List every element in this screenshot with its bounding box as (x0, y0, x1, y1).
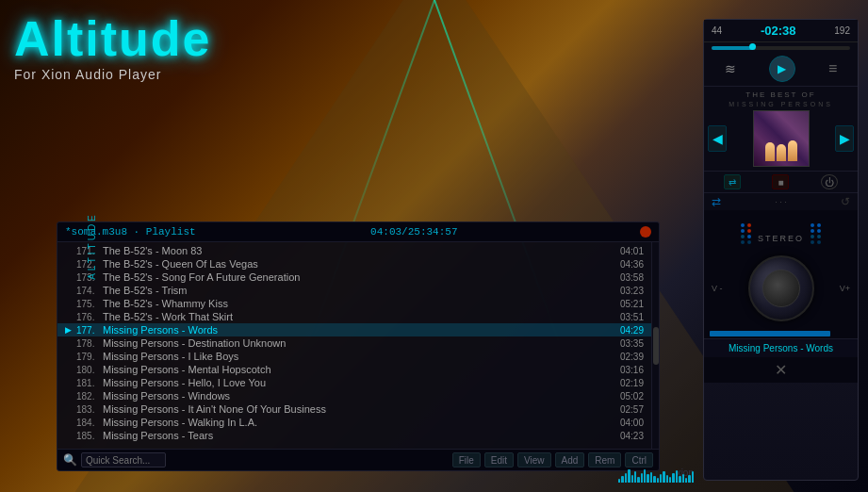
eq-button[interactable]: ≋ (721, 59, 740, 78)
figure-2 (777, 144, 786, 161)
prev-album-button[interactable]: ◀ (708, 125, 727, 152)
track-time: 04:01 (611, 246, 644, 256)
eq-dot (817, 229, 821, 233)
vol-bar (710, 331, 830, 336)
album-art-container: ◀ ▶ (708, 110, 854, 167)
seek-dot (749, 43, 756, 50)
eq-right (817, 223, 821, 244)
repeat-icon[interactable]: ↺ (841, 195, 850, 208)
view-button[interactable]: View (517, 452, 551, 467)
play-button[interactable]: ▶ (769, 56, 795, 82)
search-icon: 🔍 (63, 453, 77, 467)
vis-bar (672, 473, 674, 483)
knob-area: V - V+ (704, 248, 858, 329)
vis-bar (660, 474, 662, 483)
vis-bar (676, 470, 678, 483)
rem-button[interactable]: Rem (588, 452, 621, 467)
track-time: 05:21 (611, 299, 644, 309)
vis-bar (692, 471, 694, 483)
vis-bar (647, 474, 648, 483)
playlist-item[interactable]: 178.Missing Persons - Destination Unknow… (57, 336, 651, 350)
track-name: The B-52's - Trism (103, 285, 611, 296)
playlist-title: *soma.m3u8 · Playlist (65, 226, 196, 238)
player-top-bar: 44 -02:38 192 (704, 20, 858, 42)
player-controls-area: ≋ ▶ ≡ (704, 52, 858, 87)
track-number: 177. (76, 325, 103, 336)
eq-dot (747, 240, 751, 244)
vis-bar (669, 477, 671, 483)
shuffle-row: ⇄ · · · ↺ (704, 193, 858, 210)
playlist-item[interactable]: 175.The B-52's - Whammy Kiss05:21 (57, 297, 651, 310)
stereo-label: STEREO (758, 233, 804, 244)
logo-area: Altitude For Xion Audio Player (14, 14, 212, 82)
track-number: 175. (76, 299, 103, 309)
track-number: 180. (76, 365, 103, 375)
playlist-item[interactable]: 183.Missing Persons - It Ain't None Of Y… (57, 402, 651, 416)
vis-bar (679, 476, 680, 483)
eq-left-2 (747, 223, 751, 244)
track-number: 181. (76, 378, 103, 388)
next-album-button[interactable]: ▶ (835, 125, 854, 152)
playlist-item[interactable]: 185.Missing Persons - Tears04:23 (57, 429, 651, 442)
playlist-close-button[interactable] (640, 226, 651, 238)
vis-bar (650, 472, 652, 483)
playlist-item[interactable]: ▶177.Missing Persons - Words04:29 (57, 323, 651, 336)
track-name: Missing Persons - Destination Unknown (103, 337, 611, 349)
volume-display: 44 (712, 25, 722, 36)
eq-dot (741, 235, 745, 238)
playlist-item[interactable]: 179.Missing Persons - I Like Boys02:39 (57, 350, 651, 363)
eq-dot (741, 229, 745, 233)
playing-arrow: ▶ (65, 325, 72, 335)
menu-button[interactable]: ≡ (825, 58, 841, 79)
playlist-scroll-thumb (653, 327, 659, 365)
left-label: Altitude (87, 212, 97, 280)
album-art-inner (754, 111, 809, 166)
playlist-item[interactable]: 184.Missing Persons - Walking In L.A.04:… (57, 416, 651, 429)
track-name: Missing Persons - Windows (103, 390, 611, 402)
playlist-item[interactable]: 174.The B-52's - Trism03:23 (57, 284, 651, 297)
playlist-item[interactable]: 176.The B-52's - Work That Skirt03:51 (57, 310, 651, 323)
vis-bar (634, 471, 636, 483)
track-number: 182. (76, 391, 103, 402)
eq-dot (747, 229, 751, 233)
playlist-item[interactable]: 172.The B-52's - Queen Of Las Vegas04:36 (57, 257, 651, 271)
track-time: 03:16 (611, 365, 644, 375)
playlist-item[interactable]: 182.Missing Persons - Windows05:02 (57, 389, 651, 402)
playlist-item[interactable]: 181.Missing Persons - Hello, I Love You0… (57, 376, 651, 389)
crossfade-area: ✕ (704, 357, 858, 383)
playlist-content-row: 171.The B-52's - Moon 8304:01172.The B-5… (57, 242, 659, 449)
stop-button[interactable]: ■ (772, 174, 789, 189)
vis-bar (685, 478, 687, 483)
track-time: 04:29 (611, 325, 644, 336)
track-time: 04:36 (611, 259, 644, 270)
shuffle-btn[interactable]: ⇄ (724, 174, 741, 189)
power-button[interactable]: ⏻ (821, 174, 838, 189)
vol-minus-label: V - (712, 284, 723, 293)
track-number: 178. (76, 338, 103, 349)
album-figures (765, 140, 797, 161)
seek-area[interactable] (704, 42, 858, 52)
album-art-label: THE BEST OF (708, 90, 854, 99)
track-number: 174. (76, 286, 103, 296)
search-input[interactable] (81, 452, 166, 467)
file-button[interactable]: File (452, 452, 481, 467)
track-time: 04:00 (611, 418, 644, 428)
vis-bar (657, 478, 659, 483)
speaker-knob[interactable] (748, 255, 814, 321)
player-controls-row: ≋ ▶ ≡ (706, 56, 856, 82)
vol-bar-area[interactable] (704, 329, 858, 338)
track-name: Missing Persons - Hello, I Love You (103, 377, 611, 388)
seek-bar[interactable] (712, 46, 850, 50)
playlist-item[interactable]: 171.The B-52's - Moon 8304:01 (57, 244, 651, 257)
add-button[interactable]: Add (555, 452, 585, 467)
app-subtitle: For Xion Audio Player (14, 67, 212, 82)
playlist-scrollbar[interactable] (651, 242, 659, 449)
crossfade-icon[interactable]: ✕ (775, 361, 787, 379)
shuffle-icon[interactable]: ⇄ (712, 195, 721, 208)
eq-visualization: STEREO (704, 210, 858, 248)
playlist-item[interactable]: 180.Missing Persons - Mental Hopscotch03… (57, 363, 651, 376)
playlist-item[interactable]: 173.The B-52's - Song For A Future Gener… (57, 271, 651, 284)
now-playing: Missing Persons - Words (704, 338, 858, 357)
edit-button[interactable]: Edit (484, 452, 514, 467)
track-name: Missing Persons - It Ain't None Of Your … (103, 403, 611, 415)
